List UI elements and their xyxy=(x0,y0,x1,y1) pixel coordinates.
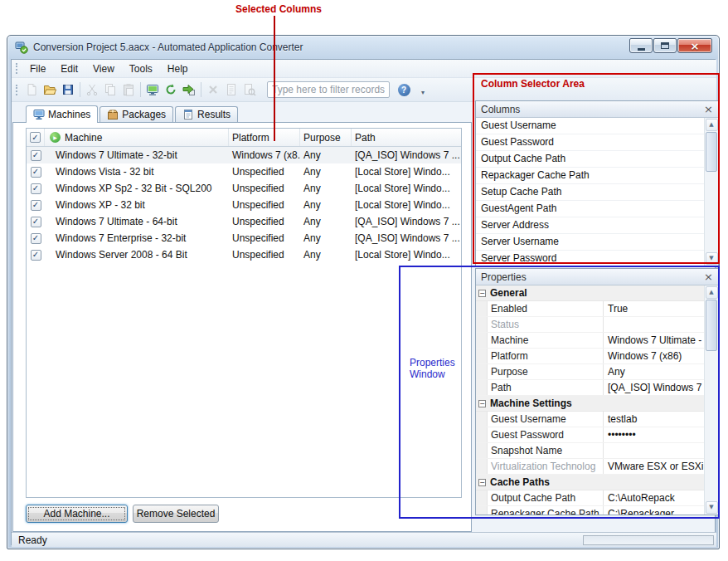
close-button[interactable]: × xyxy=(677,38,712,53)
machine-row[interactable]: ✓ Windows 7 Ultimate - 64-bit Unspecifie… xyxy=(27,213,461,230)
tab-strip: Machines Packages Results xyxy=(12,105,240,123)
purpose-cell: Any xyxy=(300,166,352,178)
purpose-cell: Any xyxy=(300,199,352,211)
window-title: Conversion Project 5.aacx - Automated Ap… xyxy=(33,41,303,53)
path-cell: [Local Store] Windo... xyxy=(352,183,461,194)
menu-file[interactable]: File xyxy=(22,61,53,77)
maximize-button[interactable] xyxy=(653,38,677,53)
header-path[interactable]: Path xyxy=(352,129,461,146)
maximize-icon xyxy=(661,42,669,49)
purpose-cell: Any xyxy=(300,216,352,227)
add-machine-button[interactable]: Add Machine... xyxy=(26,505,128,523)
annotation-selected-columns: Selected Columns xyxy=(235,3,322,15)
minimize-icon xyxy=(638,48,645,51)
help-circle: ? xyxy=(398,84,410,96)
machine-cell: Windows 7 Ultimate - 64-bit xyxy=(45,216,229,227)
machine-row[interactable]: ✓ Windows 7 Enterprise - 32-bit Unspecif… xyxy=(27,230,461,246)
annotation-red-rectangle xyxy=(473,73,720,264)
menu-tools[interactable]: Tools xyxy=(122,61,160,77)
row-checkbox[interactable]: ✓ xyxy=(31,200,41,211)
table-header: ✓ ▶Machine Platform Purpose Path xyxy=(27,129,461,147)
status-text: Ready xyxy=(18,534,47,546)
row-checkbox[interactable]: ✓ xyxy=(31,183,41,194)
titlebar[interactable]: Conversion Project 5.aacx - Automated Ap… xyxy=(7,36,719,59)
results-tab-icon xyxy=(182,109,194,120)
refresh-icon[interactable] xyxy=(162,80,180,99)
machine-row[interactable]: ✓ Windows Vista - 32 bit Unspecified Any… xyxy=(27,163,461,180)
row-checkbox[interactable]: ✓ xyxy=(31,250,41,261)
machines-table: ✓ ▶Machine Platform Purpose Path ✓ Windo… xyxy=(26,128,462,498)
machine-row[interactable]: ✓ Windows XP Sp2 - 32 Bit - SQL200 Unspe… xyxy=(27,180,461,197)
select-all-checkbox[interactable]: ✓ xyxy=(30,132,41,143)
new-document-icon[interactable] xyxy=(22,80,41,99)
header-checkbox-cell: ✓ xyxy=(27,129,45,146)
purpose-cell: Any xyxy=(300,232,352,244)
platform-cell: Unspecified xyxy=(229,166,300,178)
path-cell: [Local Store] Windo... xyxy=(352,199,461,211)
copy-icon[interactable] xyxy=(101,80,119,99)
launch-machine-icon[interactable] xyxy=(143,80,162,99)
screenshot-root: Conversion Project 5.aacx - Automated Ap… xyxy=(0,0,728,561)
tab-machines[interactable]: Machines xyxy=(26,105,98,123)
row-checkbox[interactable]: ✓ xyxy=(31,150,41,161)
platform-cell: Unspecified xyxy=(229,183,300,194)
annotation-blue-rectangle xyxy=(399,266,720,519)
toolbar-overflow-button[interactable]: ▾ xyxy=(416,80,430,99)
paste-icon[interactable] xyxy=(119,80,138,99)
header-purpose[interactable]: Purpose xyxy=(300,129,352,146)
machines-tab-icon xyxy=(33,109,45,120)
tab-results[interactable]: Results xyxy=(175,106,238,122)
delete-icon[interactable] xyxy=(204,80,222,99)
packages-tab-icon xyxy=(107,109,119,120)
annotation-pointer-line xyxy=(274,16,275,141)
machine-cell: Windows XP Sp2 - 32 Bit - SQL200 xyxy=(45,183,229,194)
menu-help[interactable]: Help xyxy=(160,61,196,77)
open-icon[interactable] xyxy=(41,80,59,99)
toolbar-grip xyxy=(16,85,18,95)
tab-machines-label: Machines xyxy=(48,109,90,120)
report-icon[interactable] xyxy=(222,80,240,99)
header-platform[interactable]: Platform xyxy=(229,129,300,146)
menu-edit[interactable]: Edit xyxy=(53,61,85,77)
toolbar-separator xyxy=(80,82,80,97)
annotation-column-selector-area: Column Selector Area xyxy=(481,78,585,90)
filter-input[interactable] xyxy=(267,81,390,98)
platform-cell: Unspecified xyxy=(229,232,300,244)
caption-buttons: × xyxy=(629,38,712,53)
path-cell: [QA_ISO] Windows 7 ... xyxy=(352,232,461,244)
preview-icon[interactable] xyxy=(240,80,259,99)
tab-packages[interactable]: Packages xyxy=(99,106,173,122)
checkbox-cell: ✓ xyxy=(27,167,45,178)
row-checkbox[interactable]: ✓ xyxy=(31,233,41,244)
minimize-button[interactable] xyxy=(629,38,653,53)
app-icon xyxy=(15,41,28,54)
platform-cell: Unspecified xyxy=(229,199,300,211)
machine-row[interactable]: ✓ Windows 7 Ultimate - 32-bit Windows 7 … xyxy=(27,147,461,163)
play-icon: ▶ xyxy=(50,132,61,143)
path-cell: [Local Store] Windo... xyxy=(352,166,461,178)
tab-results-label: Results xyxy=(197,109,231,120)
status-bar: Ready xyxy=(12,532,716,547)
menu-view[interactable]: View xyxy=(85,61,122,77)
import-icon[interactable] xyxy=(180,80,198,99)
cut-icon[interactable] xyxy=(83,80,101,99)
remove-selected-button[interactable]: Remove Selected xyxy=(133,505,219,523)
platform-cell: Unspecified xyxy=(229,216,300,227)
help-icon[interactable]: ? xyxy=(395,80,413,99)
checkbox-cell: ✓ xyxy=(27,233,45,244)
machine-row[interactable]: ✓ Windows XP - 32 bit Unspecified Any [L… xyxy=(27,197,461,213)
save-icon[interactable] xyxy=(59,80,77,99)
checkbox-cell: ✓ xyxy=(27,200,45,211)
row-checkbox[interactable]: ✓ xyxy=(31,217,41,227)
checkbox-cell: ✓ xyxy=(27,183,45,194)
machine-cell: Windows 7 Enterprise - 32-bit xyxy=(45,232,229,244)
toolbar-separator xyxy=(140,82,141,97)
tab-packages-label: Packages xyxy=(122,109,166,120)
machine-row[interactable]: ✓ Windows Server 2008 - 64 Bit Unspecifi… xyxy=(27,246,461,263)
machine-cell: Windows Server 2008 - 64 Bit xyxy=(45,249,229,261)
machine-cell: Windows Vista - 32 bit xyxy=(45,166,229,178)
checkbox-cell: ✓ xyxy=(27,250,45,261)
header-machine[interactable]: ▶Machine xyxy=(45,129,229,146)
path-cell: [QA_ISO] Windows 7 ... xyxy=(352,216,461,227)
row-checkbox[interactable]: ✓ xyxy=(31,167,41,178)
